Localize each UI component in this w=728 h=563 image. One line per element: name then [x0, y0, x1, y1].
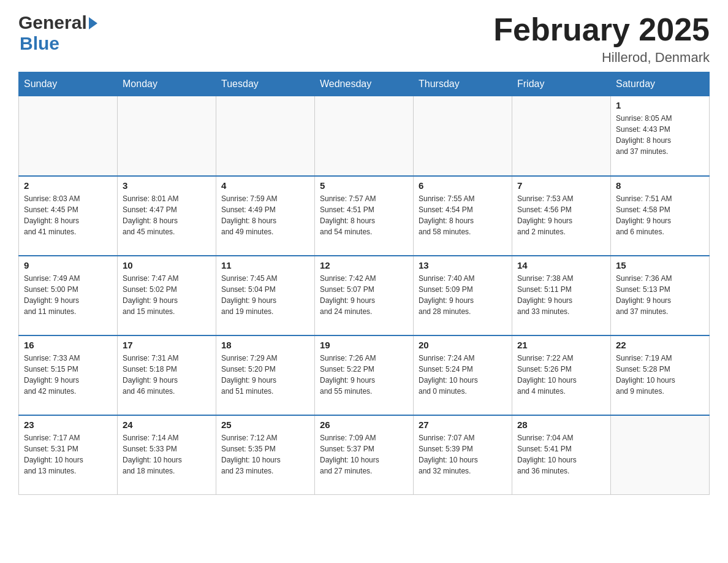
- calendar-cell: 10Sunrise: 7:47 AM Sunset: 5:02 PM Dayli…: [118, 256, 216, 335]
- title-area: February 2025 Hillerod, Denmark: [493, 12, 710, 66]
- calendar-cell: 18Sunrise: 7:29 AM Sunset: 5:20 PM Dayli…: [216, 335, 315, 415]
- day-number: 12: [320, 260, 408, 270]
- day-number: 19: [320, 340, 408, 350]
- calendar-cell: 16Sunrise: 7:33 AM Sunset: 5:15 PM Dayli…: [19, 335, 118, 415]
- day-info: Sunrise: 7:55 AM Sunset: 4:54 PM Dayligh…: [419, 193, 507, 237]
- day-number: 7: [517, 180, 605, 191]
- calendar-cell: 28Sunrise: 7:04 AM Sunset: 5:41 PM Dayli…: [512, 415, 611, 495]
- weekday-header-saturday: Saturday: [611, 72, 710, 96]
- day-info: Sunrise: 8:01 AM Sunset: 4:47 PM Dayligh…: [123, 193, 211, 237]
- calendar-cell: 27Sunrise: 7:07 AM Sunset: 5:39 PM Dayli…: [414, 415, 512, 495]
- day-info: Sunrise: 7:53 AM Sunset: 4:56 PM Dayligh…: [517, 193, 605, 237]
- day-info: Sunrise: 7:38 AM Sunset: 5:11 PM Dayligh…: [517, 273, 605, 317]
- calendar-cell: [611, 415, 710, 495]
- day-number: 28: [517, 419, 605, 430]
- calendar-cell: 8Sunrise: 7:51 AM Sunset: 4:58 PM Daylig…: [611, 176, 710, 256]
- calendar-cell: 22Sunrise: 7:19 AM Sunset: 5:28 PM Dayli…: [611, 335, 710, 415]
- calendar-cell: 5Sunrise: 7:57 AM Sunset: 4:51 PM Daylig…: [315, 176, 414, 256]
- calendar-cell: 26Sunrise: 7:09 AM Sunset: 5:37 PM Dayli…: [315, 415, 414, 495]
- weekday-header-sunday: Sunday: [19, 72, 118, 96]
- calendar-cell: 20Sunrise: 7:24 AM Sunset: 5:24 PM Dayli…: [414, 335, 512, 415]
- weekday-header-row: SundayMondayTuesdayWednesdayThursdayFrid…: [19, 72, 710, 96]
- day-info: Sunrise: 7:29 AM Sunset: 5:20 PM Dayligh…: [221, 353, 309, 397]
- day-info: Sunrise: 7:31 AM Sunset: 5:18 PM Dayligh…: [123, 353, 211, 397]
- calendar-cell: 15Sunrise: 7:36 AM Sunset: 5:13 PM Dayli…: [611, 256, 710, 335]
- calendar-cell: 4Sunrise: 7:59 AM Sunset: 4:49 PM Daylig…: [216, 176, 315, 256]
- calendar-cell: [19, 96, 118, 176]
- day-number: 20: [419, 340, 507, 350]
- day-info: Sunrise: 7:17 AM Sunset: 5:31 PM Dayligh…: [24, 432, 112, 477]
- calendar-cell: 1Sunrise: 8:05 AM Sunset: 4:43 PM Daylig…: [611, 96, 710, 176]
- day-info: Sunrise: 7:07 AM Sunset: 5:39 PM Dayligh…: [419, 432, 507, 477]
- calendar-cell: 11Sunrise: 7:45 AM Sunset: 5:04 PM Dayli…: [216, 256, 315, 335]
- day-number: 16: [24, 340, 112, 350]
- weekday-header-thursday: Thursday: [414, 72, 512, 96]
- page-header: General Blue February 2025 Hillerod, Den…: [18, 12, 710, 66]
- calendar-cell: [315, 96, 414, 176]
- day-info: Sunrise: 7:33 AM Sunset: 5:15 PM Dayligh…: [24, 353, 112, 397]
- day-info: Sunrise: 7:51 AM Sunset: 4:58 PM Dayligh…: [616, 193, 704, 237]
- day-number: 26: [320, 419, 408, 430]
- day-info: Sunrise: 7:36 AM Sunset: 5:13 PM Dayligh…: [616, 273, 704, 317]
- weekday-header-tuesday: Tuesday: [216, 72, 315, 96]
- calendar-cell: [216, 96, 315, 176]
- day-info: Sunrise: 7:14 AM Sunset: 5:33 PM Dayligh…: [123, 432, 211, 477]
- calendar-cell: 6Sunrise: 7:55 AM Sunset: 4:54 PM Daylig…: [414, 176, 512, 256]
- calendar-cell: 14Sunrise: 7:38 AM Sunset: 5:11 PM Dayli…: [512, 256, 611, 335]
- calendar-cell: [118, 96, 216, 176]
- calendar-table: SundayMondayTuesdayWednesdayThursdayFrid…: [18, 72, 710, 495]
- calendar-cell: 17Sunrise: 7:31 AM Sunset: 5:18 PM Dayli…: [118, 335, 216, 415]
- calendar-cell: 3Sunrise: 8:01 AM Sunset: 4:47 PM Daylig…: [118, 176, 216, 256]
- day-number: 21: [517, 340, 605, 350]
- day-number: 23: [24, 419, 112, 430]
- day-info: Sunrise: 7:59 AM Sunset: 4:49 PM Dayligh…: [221, 193, 309, 237]
- logo: General Blue: [18, 12, 97, 54]
- day-number: 4: [221, 180, 309, 191]
- day-info: Sunrise: 7:47 AM Sunset: 5:02 PM Dayligh…: [123, 273, 211, 317]
- day-info: Sunrise: 7:04 AM Sunset: 5:41 PM Dayligh…: [517, 432, 605, 477]
- calendar-week-5: 23Sunrise: 7:17 AM Sunset: 5:31 PM Dayli…: [19, 415, 710, 495]
- calendar-cell: 24Sunrise: 7:14 AM Sunset: 5:33 PM Dayli…: [118, 415, 216, 495]
- day-info: Sunrise: 8:03 AM Sunset: 4:45 PM Dayligh…: [24, 193, 112, 237]
- day-number: 6: [419, 180, 507, 191]
- day-number: 1: [616, 100, 704, 110]
- logo-general-text: General: [18, 12, 87, 33]
- calendar-cell: 13Sunrise: 7:40 AM Sunset: 5:09 PM Dayli…: [414, 256, 512, 335]
- day-number: 8: [616, 180, 704, 191]
- location-text: Hillerod, Denmark: [493, 50, 710, 66]
- calendar-cell: 9Sunrise: 7:49 AM Sunset: 5:00 PM Daylig…: [19, 256, 118, 335]
- day-info: Sunrise: 7:09 AM Sunset: 5:37 PM Dayligh…: [320, 432, 408, 477]
- calendar-cell: 7Sunrise: 7:53 AM Sunset: 4:56 PM Daylig…: [512, 176, 611, 256]
- day-number: 5: [320, 180, 408, 191]
- day-number: 24: [123, 419, 211, 430]
- day-number: 27: [419, 419, 507, 430]
- day-number: 22: [616, 340, 704, 350]
- calendar-week-1: 1Sunrise: 8:05 AM Sunset: 4:43 PM Daylig…: [19, 96, 710, 176]
- month-year-title: February 2025: [493, 12, 710, 47]
- day-info: Sunrise: 7:40 AM Sunset: 5:09 PM Dayligh…: [419, 273, 507, 317]
- day-number: 15: [616, 260, 704, 270]
- weekday-header-monday: Monday: [118, 72, 216, 96]
- day-number: 11: [221, 260, 309, 270]
- day-number: 18: [221, 340, 309, 350]
- calendar-week-4: 16Sunrise: 7:33 AM Sunset: 5:15 PM Dayli…: [19, 335, 710, 415]
- day-info: Sunrise: 7:19 AM Sunset: 5:28 PM Dayligh…: [616, 353, 704, 397]
- day-number: 17: [123, 340, 211, 350]
- day-info: Sunrise: 7:57 AM Sunset: 4:51 PM Dayligh…: [320, 193, 408, 237]
- day-info: Sunrise: 7:22 AM Sunset: 5:26 PM Dayligh…: [517, 353, 605, 397]
- day-number: 9: [24, 260, 112, 270]
- day-number: 2: [24, 180, 112, 191]
- logo-blue-text: Blue: [20, 33, 97, 54]
- calendar-week-2: 2Sunrise: 8:03 AM Sunset: 4:45 PM Daylig…: [19, 176, 710, 256]
- day-number: 10: [123, 260, 211, 270]
- calendar-cell: 19Sunrise: 7:26 AM Sunset: 5:22 PM Dayli…: [315, 335, 414, 415]
- day-info: Sunrise: 7:12 AM Sunset: 5:35 PM Dayligh…: [221, 432, 309, 477]
- calendar-cell: 23Sunrise: 7:17 AM Sunset: 5:31 PM Dayli…: [19, 415, 118, 495]
- calendar-cell: [512, 96, 611, 176]
- calendar-cell: 2Sunrise: 8:03 AM Sunset: 4:45 PM Daylig…: [19, 176, 118, 256]
- day-info: Sunrise: 7:49 AM Sunset: 5:00 PM Dayligh…: [24, 273, 112, 317]
- day-info: Sunrise: 7:26 AM Sunset: 5:22 PM Dayligh…: [320, 353, 408, 397]
- calendar-cell: 21Sunrise: 7:22 AM Sunset: 5:26 PM Dayli…: [512, 335, 611, 415]
- day-number: 3: [123, 180, 211, 191]
- day-number: 25: [221, 419, 309, 430]
